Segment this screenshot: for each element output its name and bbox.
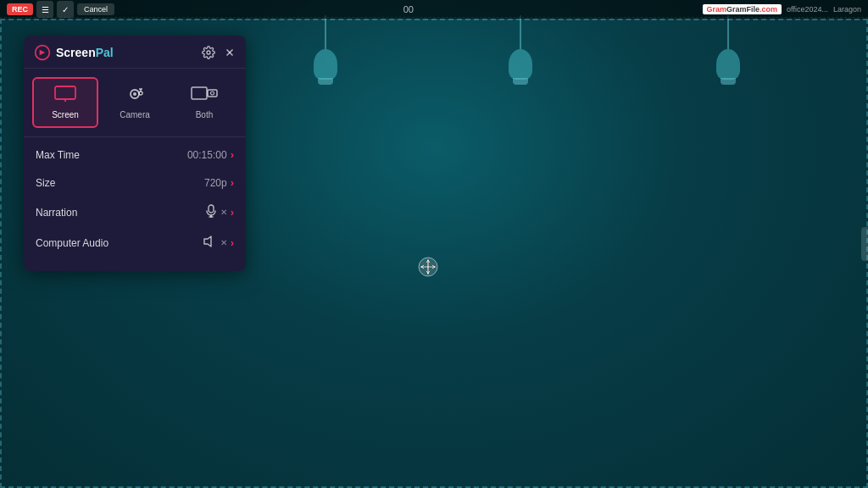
size-right: 720p › <box>204 176 234 189</box>
top-bar-right: GramGramFile.com office2024... Laragon <box>703 4 861 14</box>
menu-icon[interactable]: ☰ <box>36 1 53 18</box>
tab-both[interactable]: Both <box>171 77 237 128</box>
narration-right: ✕ › <box>205 204 234 220</box>
tab-camera-label: Camera <box>120 110 150 119</box>
narration-row[interactable]: Narration ✕ › <box>24 197 246 228</box>
close-button[interactable] <box>224 47 236 58</box>
svg-point-9 <box>133 92 136 96</box>
computer-audio-right: ✕ › <box>203 236 234 250</box>
screenpal-logo-icon <box>34 44 51 61</box>
svg-rect-5 <box>55 86 75 99</box>
microphone-icon <box>205 204 217 220</box>
max-time-value: 00:15:00 <box>187 149 227 161</box>
size-value: 720p <box>204 177 227 189</box>
cancel-button[interactable]: Cancel <box>77 3 114 15</box>
max-time-chevron: › <box>231 148 234 161</box>
max-time-label: Max Time <box>36 149 80 161</box>
settings-divider <box>24 136 246 137</box>
svg-point-15 <box>211 92 214 95</box>
narration-label: Narration <box>36 207 77 219</box>
location-text: Laragon <box>833 5 861 14</box>
rec-button[interactable]: REC <box>7 3 33 15</box>
user-text: office2024... <box>787 5 828 14</box>
narration-chevron: › <box>231 206 234 219</box>
tab-camera[interactable]: Camera <box>102 77 168 128</box>
header-actions <box>202 46 236 59</box>
tab-screen[interactable]: Screen <box>32 77 98 128</box>
svg-point-10 <box>139 92 142 95</box>
svg-rect-14 <box>208 90 217 97</box>
max-time-row[interactable]: Max Time 00:15:00 › <box>24 141 246 169</box>
svg-rect-13 <box>192 87 207 99</box>
logo-area: ScreenPal <box>34 44 114 61</box>
gramfile-logo: GramGramFile.com <box>703 4 782 14</box>
speaker-icon <box>203 236 217 250</box>
svg-point-2 <box>207 51 210 54</box>
panel-header: ScreenPal <box>24 36 246 69</box>
computer-audio-label: Computer Audio <box>36 237 108 249</box>
narration-mute-x: ✕ <box>220 208 227 217</box>
computer-audio-row[interactable]: Computer Audio ✕ › <box>24 228 246 258</box>
tab-both-label: Both <box>196 110 214 119</box>
size-row[interactable]: Size 720p › <box>24 169 246 197</box>
settings-gear-button[interactable] <box>202 46 215 59</box>
audio-mute-x: ✕ <box>220 238 227 247</box>
check-icon[interactable]: ✓ <box>57 1 74 18</box>
svg-rect-16 <box>209 205 214 213</box>
size-label: Size <box>36 177 55 189</box>
right-edge-handle[interactable] <box>861 227 868 261</box>
both-icon <box>191 86 218 107</box>
capture-mode-tabs: Screen Camera <box>24 69 246 128</box>
camera-icon <box>124 86 146 107</box>
size-chevron: › <box>231 176 234 189</box>
svg-marker-19 <box>204 236 211 247</box>
top-bar: REC ☰ ✓ Cancel 00 GramGramFile.com offic… <box>0 0 868 19</box>
top-bar-left: REC ☰ ✓ Cancel <box>7 1 114 18</box>
computer-audio-chevron: › <box>231 236 234 249</box>
timer-display: 00 <box>403 4 414 14</box>
screenpal-panel: ScreenPal <box>24 36 246 271</box>
tab-screen-label: Screen <box>52 110 79 119</box>
screen-icon <box>54 86 76 107</box>
max-time-right: 00:15:00 › <box>187 148 234 161</box>
logo-text: ScreenPal <box>56 46 114 59</box>
move-cursor <box>418 257 438 277</box>
